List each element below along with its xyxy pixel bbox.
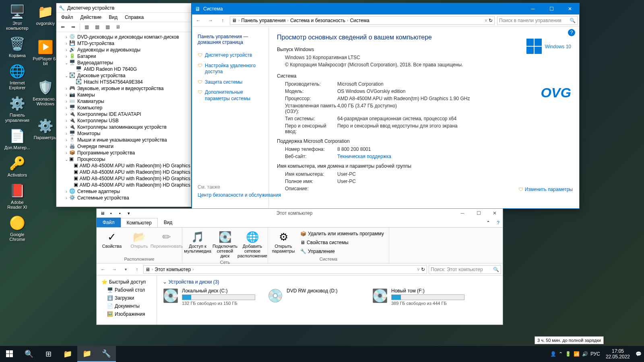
notifications-icon[interactable]: 💬	[636, 351, 642, 357]
refresh-icon[interactable]: ↻	[489, 18, 493, 23]
tree-node[interactable]: ›💿DVD-дисководы и дисководы компакт-диск…	[57, 34, 190, 40]
menu-item[interactable]: Действие	[77, 14, 105, 21]
crumb-item[interactable]: Система	[350, 18, 369, 23]
properties-button[interactable]: ✓Свойства	[100, 229, 124, 249]
tree-node[interactable]: ›🎮Звуковые, игровые и видеоустройства	[57, 85, 190, 92]
tree-node[interactable]: ⌄▣Процессоры	[57, 156, 190, 162]
explorer-titlebar[interactable]: 🖥 ▪ ▪ ▾ Этот компьютер ─ ☐ ✕	[97, 209, 503, 218]
tree-node[interactable]: ›🔌Контроллеры IDE ATA/ATAPI	[57, 111, 190, 117]
nav-item[interactable]: ⭐Быстрый доступ	[98, 278, 155, 286]
desktop-icon[interactable]: 📁ovgorskiy	[31, 3, 60, 26]
tree-node[interactable]: 🖥️AMD Radeon HD 7640G	[57, 66, 190, 72]
desktop-icon[interactable]: 📄Доп.Матер...	[3, 128, 31, 150]
tree-node[interactable]: ›💾MTD-устройства	[57, 40, 190, 47]
desktop-icon[interactable]: 🌐Internet Explorer	[3, 63, 31, 90]
map-drive-button[interactable]: 💽Подключить сетевой диск	[213, 229, 237, 259]
toolbar-icon[interactable]: ▦	[93, 23, 101, 31]
tree-node[interactable]: ⌄🖥️Видеоадаптеры	[57, 60, 190, 66]
tree-node[interactable]: ›📦Программные устройства	[57, 150, 190, 156]
explorer-running-icon[interactable]: 📁	[77, 346, 97, 362]
tree-node[interactable]: ›🔋Батареи	[57, 53, 190, 60]
sys-props-button[interactable]: 🖥Свойства системы	[299, 238, 386, 247]
search-input[interactable]: Поиск в панели управления 🔍	[497, 16, 578, 25]
desktop-icon[interactable]: ⚙️Панель управления	[3, 95, 31, 122]
tree-node[interactable]: ›🖨️Очереди печати	[57, 143, 190, 150]
qat-icon[interactable]: ▪	[107, 209, 115, 217]
desktop-icon[interactable]: 🗑️Корзина	[3, 35, 31, 58]
search-input[interactable]: Поиск: Этот компьютер 🔍	[429, 265, 501, 274]
tree-node[interactable]: ›🖱️Мыши и иные указывающие устройства	[57, 137, 190, 143]
tree-node[interactable]: ⌄💽Дисковые устройства	[57, 72, 190, 79]
tab-file[interactable]: Файл	[97, 218, 121, 227]
tab-computer[interactable]: Компьютер	[121, 218, 158, 227]
forward-button[interactable]: →	[109, 267, 119, 272]
tree-node[interactable]: ›🌐Сетевые адаптеры	[57, 188, 190, 195]
system-titlebar[interactable]: 🖥 Система ─ ☐ ✕	[192, 3, 579, 14]
maximize-button[interactable]: ☐	[471, 209, 487, 218]
collapse-ribbon-icon[interactable]: ⌃	[483, 218, 493, 227]
tree-node[interactable]: ▣AMD A8-4500M APU with Radeon(tm) HD Gra…	[57, 169, 190, 175]
clock[interactable]: 17:05 22.05.2022	[603, 348, 633, 360]
tree-node[interactable]: 💽Hitachi HTS547564A9E384	[57, 79, 190, 85]
menu-item[interactable]: Справка	[122, 14, 147, 21]
close-button[interactable]: ✕	[487, 209, 503, 218]
media-access-button[interactable]: 🎵Доступ к мультимедиа	[186, 229, 210, 254]
open-settings-button[interactable]: ⚙Открыть параметры	[271, 229, 295, 254]
tab-view[interactable]: Вид	[158, 218, 179, 227]
forward-button[interactable]: →	[206, 16, 215, 25]
minimize-button[interactable]: ─	[454, 209, 471, 218]
tree-node[interactable]: ›📷Камеры	[57, 92, 190, 98]
uninstall-button[interactable]: 📦Удалить или изменить программу	[299, 229, 386, 238]
tree-node[interactable]: ›⌨️Клавиатуры	[57, 98, 190, 105]
cp-home-link[interactable]: Панель управления — домашняя страница	[198, 34, 263, 45]
menu-item[interactable]: Файл	[58, 14, 76, 21]
tree-node[interactable]: ›🔌Контроллеры запоминающих устройств	[57, 124, 190, 130]
search-button[interactable]: 🔍	[19, 346, 39, 362]
nav-item[interactable]: 🖼️Изображения	[98, 310, 155, 318]
people-icon[interactable]: 👤	[550, 351, 556, 357]
back-button[interactable]: ←	[194, 16, 203, 25]
close-button[interactable]: ✕	[561, 3, 579, 14]
desktop-icon[interactable]: 🖥️Этот компьютер	[3, 3, 31, 31]
toolbar-icon[interactable]: 🖥	[114, 23, 122, 31]
crumb-item[interactable]: Система и безопасность	[290, 18, 345, 23]
drive-item[interactable]: 💽Локальный диск (C:)132 ГБ свободно из 1…	[163, 288, 255, 306]
desktop-icon[interactable]: ⚙️Параметры	[31, 117, 60, 140]
history-button[interactable]: ▾	[121, 267, 130, 272]
battery-icon[interactable]: 🔋	[565, 351, 571, 357]
toolbar-icon[interactable]: ▦	[83, 23, 91, 31]
breadcrumb[interactable]: 🖥› Панель управления› Система и безопасн…	[230, 16, 495, 25]
tree-node[interactable]: ›🔊Аудиовходы и аудиовыходы	[57, 47, 190, 53]
qat-icon[interactable]: 🖥	[98, 209, 106, 217]
up-button[interactable]: ↑	[132, 267, 142, 272]
crumb-item[interactable]: Панель управления	[241, 18, 285, 23]
back-icon[interactable]: ⬅	[59, 23, 67, 31]
desktop-icon[interactable]: 🛡️Безопасно... Windows	[31, 79, 60, 106]
maximize-button[interactable]: ☐	[542, 3, 561, 14]
desktop-icon[interactable]: 🟡Google Chrome	[3, 214, 31, 242]
qat-dropdown[interactable]: ▾	[125, 209, 133, 217]
desktop-icon[interactable]: 🔑Activators	[3, 155, 31, 177]
menu-item[interactable]: Вид	[105, 14, 121, 21]
tree-node[interactable]: ›⚙️Системные устройства	[57, 195, 190, 201]
devicemgr-running-icon[interactable]: 🔧	[97, 346, 116, 362]
tree-node[interactable]: ▣AMD A8-4500M APU with Radeon(tm) HD Gra…	[57, 182, 190, 188]
forward-icon[interactable]: ➡	[69, 23, 77, 31]
wifi-icon[interactable]: 📶	[574, 351, 580, 357]
refresh-icon[interactable]: ↻	[421, 267, 425, 272]
volume-icon[interactable]: 🔊	[582, 351, 588, 357]
nav-item[interactable]: 🖥️Рабочий стол	[98, 286, 155, 294]
back-button[interactable]: ←	[98, 267, 108, 272]
tray-chevron-icon[interactable]: ⌃	[559, 351, 563, 357]
devmgr-titlebar[interactable]: 🔧 Диспетчер устройств	[56, 3, 191, 13]
nav-item[interactable]: 📄Документы	[98, 302, 155, 310]
add-location-button[interactable]: 🌐Добавить сетевое расположение	[240, 229, 264, 259]
minimize-button[interactable]: ─	[524, 3, 542, 14]
manage-button[interactable]: 🔧Управление	[299, 247, 386, 256]
nav-item[interactable]: ⬇️Загрузки	[98, 294, 155, 302]
up-button[interactable]: ↑	[218, 16, 227, 25]
drive-item[interactable]: 💽Новый том (F:)389 ГБ свободно из 444 ГБ	[372, 288, 464, 306]
tree-node[interactable]: ▣AMD A8-4500M APU with Radeon(tm) HD Gra…	[57, 175, 190, 182]
start-button[interactable]	[0, 346, 19, 362]
help-icon[interactable]: ?	[493, 218, 503, 227]
